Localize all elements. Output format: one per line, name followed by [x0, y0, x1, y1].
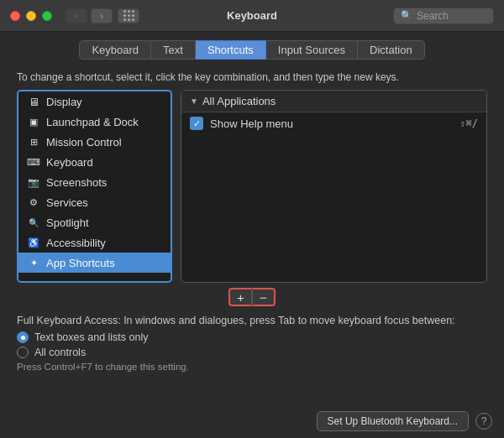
search-icon: 🔍	[401, 10, 412, 21]
add-button[interactable]: +	[228, 288, 252, 306]
radio-all-controls-circle[interactable]	[17, 347, 29, 358]
panel-row: ✓ Show Help menu ⇧⌘/	[181, 112, 486, 134]
traffic-lights	[10, 11, 52, 21]
tab-dictation[interactable]: Dictation	[358, 40, 425, 60]
right-panel: ▼ All Applications ✓ Show Help menu ⇧⌘/	[181, 90, 487, 283]
services-icon: ⚙	[27, 196, 40, 209]
grid-icon	[123, 10, 134, 21]
sidebar-item-accessibility[interactable]: ♿ Accessibility	[18, 232, 171, 253]
mission-icon: ⊞	[27, 135, 40, 149]
sidebar-label-keyboard: Keyboard	[46, 156, 93, 169]
sidebar-label-services: Services	[46, 196, 88, 209]
nav-arrows: ‹ ›	[66, 8, 113, 23]
sidebar-item-launchpad-dock[interactable]: ▣ Launchpad & Dock	[18, 112, 171, 132]
sidebar-item-mission-control[interactable]: ⊞ Mission Control	[18, 132, 171, 152]
fka-note: Press Control+F7 to change this setting.	[17, 362, 487, 372]
screenshots-icon: 📷	[27, 175, 40, 189]
triangle-icon: ▼	[190, 96, 198, 106]
tab-input-sources[interactable]: Input Sources	[266, 40, 358, 60]
shortcut-key-show-help: ⇧⌘/	[459, 117, 478, 129]
remove-button[interactable]: −	[252, 288, 276, 306]
main-content: 🖥 Display ▣ Launchpad & Dock ⊞ Mission C…	[0, 90, 504, 283]
panel-title: All Applications	[202, 95, 276, 107]
instruction-text: To change a shortcut, select it, click t…	[0, 66, 504, 90]
sidebar-label-app-shortcuts: App Shortcuts	[46, 257, 115, 269]
sidebar-item-keyboard[interactable]: ⌨ Keyboard	[18, 152, 171, 172]
bottom-bar: Set Up Bluetooth Keyboard... ?	[0, 404, 504, 438]
sidebar-label-accessibility: Accessibility	[46, 237, 106, 249]
sidebar-item-services[interactable]: ⚙ Services	[18, 192, 171, 212]
search-box[interactable]: 🔍	[393, 8, 494, 24]
maximize-button[interactable]	[42, 11, 52, 21]
search-input[interactable]	[417, 10, 486, 22]
row-label-show-help: Show Help menu	[210, 117, 459, 130]
sidebar-label-launchpad: Launchpad & Dock	[46, 116, 139, 128]
grid-button[interactable]	[118, 8, 139, 23]
keyboard-icon: ⌨	[27, 155, 40, 169]
tab-shortcuts[interactable]: Shortcuts	[196, 40, 266, 60]
panel-header: ▼ All Applications	[181, 91, 486, 112]
tabs-bar: Keyboard Text Shortcuts Input Sources Di…	[0, 32, 504, 66]
fka-title: Full Keyboard Access: In windows and dia…	[17, 315, 487, 326]
forward-arrow[interactable]: ›	[91, 8, 113, 23]
radio-all-controls-label: All controls	[34, 347, 86, 358]
checkbox-show-help[interactable]: ✓	[190, 117, 203, 130]
back-arrow[interactable]: ‹	[66, 8, 87, 23]
sidebar-label-mission: Mission Control	[46, 136, 122, 149]
sidebar-label-spotlight: Spotlight	[46, 216, 89, 229]
tab-text[interactable]: Text	[151, 40, 196, 60]
minimize-button[interactable]	[26, 11, 36, 21]
display-icon: 🖥	[27, 95, 40, 108]
titlebar: ‹ › Keyboard 🔍	[0, 0, 504, 32]
radio-text-boxes-label: Text boxes and lists only	[34, 331, 149, 343]
radio-text-boxes-circle[interactable]	[17, 331, 29, 343]
sidebar-label-display: Display	[46, 96, 82, 108]
sidebar-item-screenshots[interactable]: 📷 Screenshots	[18, 172, 171, 192]
radio-all-controls[interactable]: All controls	[17, 347, 487, 358]
spotlight-icon: 🔍	[27, 216, 40, 229]
app-shortcuts-icon: ✦	[27, 256, 40, 269]
sidebar-item-display[interactable]: 🖥 Display	[18, 91, 171, 112]
sidebar-item-app-shortcuts[interactable]: ✦ App Shortcuts	[18, 253, 171, 273]
sidebar-list: 🖥 Display ▣ Launchpad & Dock ⊞ Mission C…	[17, 90, 172, 283]
add-remove-bar: + −	[0, 288, 504, 306]
sidebar-item-spotlight[interactable]: 🔍 Spotlight	[18, 212, 171, 232]
bt-keyboard-button[interactable]: Set Up Bluetooth Keyboard...	[317, 411, 469, 431]
tab-keyboard[interactable]: Keyboard	[79, 40, 151, 60]
launchpad-icon: ▣	[27, 115, 40, 128]
radio-text-boxes[interactable]: Text boxes and lists only	[17, 331, 487, 343]
sidebar-label-screenshots: Screenshots	[46, 176, 107, 189]
accessibility-icon: ♿	[27, 236, 40, 249]
window-title: Keyboard	[227, 9, 277, 22]
help-button[interactable]: ?	[475, 413, 492, 430]
close-button[interactable]	[10, 11, 20, 21]
fka-section: Full Keyboard Access: In windows and dia…	[0, 306, 504, 377]
